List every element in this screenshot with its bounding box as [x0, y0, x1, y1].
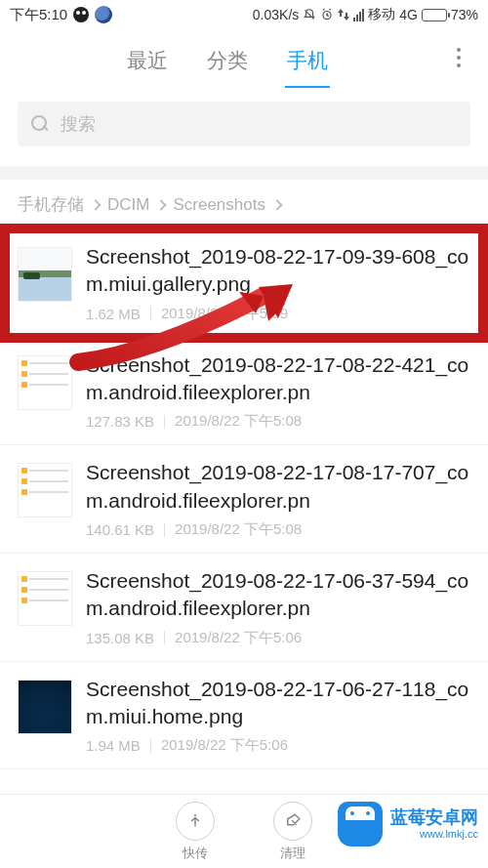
file-item[interactable]: Screenshot_2019-08-22-17-09-39-608_com.m… [0, 229, 488, 338]
chevron-right-icon [271, 199, 282, 210]
file-size: 1.62 MB [86, 306, 141, 322]
mute-icon [303, 8, 316, 21]
crumb-0[interactable]: 手机存储 [18, 193, 84, 216]
file-date: 2019/8/22 下午5:06 [175, 629, 302, 647]
file-meta: 127.83 KB2019/8/22 下午5:08 [86, 412, 472, 431]
file-size: 127.83 KB [86, 413, 154, 430]
search-input[interactable]: 搜索 [18, 102, 470, 146]
transfer-icon [176, 802, 215, 841]
watermark-title: 蓝莓安卓网 [390, 807, 478, 828]
file-size: 135.08 KB [86, 630, 154, 646]
file-date: 2019/8/22 下午5:09 [161, 305, 288, 323]
tab-bar: 最近分类手机 [0, 27, 488, 88]
chevron-right-icon [156, 199, 167, 210]
chevron-right-icon [90, 199, 101, 210]
clean-label: 清理 [280, 845, 305, 862]
battery-icon [422, 9, 447, 21]
file-list: Screenshot_2019-08-22-17-09-39-608_com.m… [0, 229, 488, 769]
file-meta: 1.62 MB2019/8/22 下午5:09 [86, 305, 472, 323]
clean-icon [273, 802, 312, 841]
file-size: 1.94 MB [86, 737, 141, 754]
file-meta: 140.61 KB2019/8/22 下午5:08 [86, 520, 472, 539]
file-name: Screenshot_2019-08-22-17-09-39-608_com.m… [86, 243, 472, 299]
file-thumbnail [18, 571, 72, 626]
qq-notification-icon [73, 7, 89, 22]
section-divider [0, 166, 488, 180]
status-carrier: 移动 [368, 6, 395, 23]
search-icon [31, 115, 49, 133]
tab-0[interactable]: 最近 [107, 41, 187, 88]
watermark-robot-icon [338, 802, 383, 847]
status-network: 4G [399, 7, 418, 22]
file-size: 140.61 KB [86, 521, 154, 538]
tab-1[interactable]: 分类 [187, 41, 267, 88]
file-item[interactable]: Screenshot_2019-08-22-17-06-27-118_com.m… [0, 662, 488, 770]
file-date: 2019/8/22 下午5:08 [175, 412, 302, 431]
file-name: Screenshot_2019-08-22-17-06-27-118_com.m… [86, 676, 472, 731]
app-notification-icon [95, 6, 112, 23]
clean-button[interactable]: 清理 [244, 802, 342, 862]
file-item[interactable]: Screenshot_2019-08-22-17-08-22-421_com.a… [0, 338, 488, 446]
file-item[interactable]: Screenshot_2019-08-22-17-08-17-707_com.a… [0, 445, 488, 554]
status-time: 下午5:10 [10, 6, 67, 24]
transfer-button[interactable]: 快传 [146, 802, 244, 862]
file-thumbnail [18, 680, 72, 734]
file-name: Screenshot_2019-08-22-17-06-37-594_com.a… [86, 567, 472, 623]
breadcrumb[interactable]: 手机存储DCIMScreenshots [0, 180, 488, 229]
alarm-icon [320, 8, 334, 21]
file-meta: 1.94 MB2019/8/22 下午5:06 [86, 736, 472, 755]
status-battery-pct: 73% [451, 7, 478, 22]
file-name: Screenshot_2019-08-22-17-08-22-421_com.a… [86, 351, 472, 407]
file-meta: 135.08 KB2019/8/22 下午5:06 [86, 629, 472, 647]
watermark-url: www.lmkj.cc [420, 828, 478, 841]
watermark: 蓝莓安卓网 www.lmkj.cc [338, 802, 478, 847]
tab-2[interactable]: 手机 [267, 41, 347, 88]
crumb-2[interactable]: Screenshots [173, 195, 265, 215]
search-placeholder: 搜索 [61, 112, 96, 136]
transfer-label: 快传 [183, 845, 208, 862]
file-name: Screenshot_2019-08-22-17-08-17-707_com.a… [86, 459, 472, 515]
crumb-1[interactable]: DCIM [107, 195, 149, 215]
svg-point-2 [194, 813, 196, 815]
status-bar: 下午5:10 0.03K/s 移动 4G 73% [0, 0, 488, 27]
file-thumbnail [18, 355, 72, 410]
file-date: 2019/8/22 下午5:06 [161, 736, 288, 755]
file-thumbnail [18, 247, 72, 302]
file-thumbnail [18, 463, 72, 517]
data-arrows-icon [338, 8, 349, 21]
file-item[interactable]: Screenshot_2019-08-22-17-06-37-594_com.a… [0, 554, 488, 662]
more-button[interactable] [445, 44, 472, 71]
file-date: 2019/8/22 下午5:08 [175, 520, 302, 539]
status-speed: 0.03K/s [253, 7, 299, 22]
signal-icon [353, 8, 364, 21]
